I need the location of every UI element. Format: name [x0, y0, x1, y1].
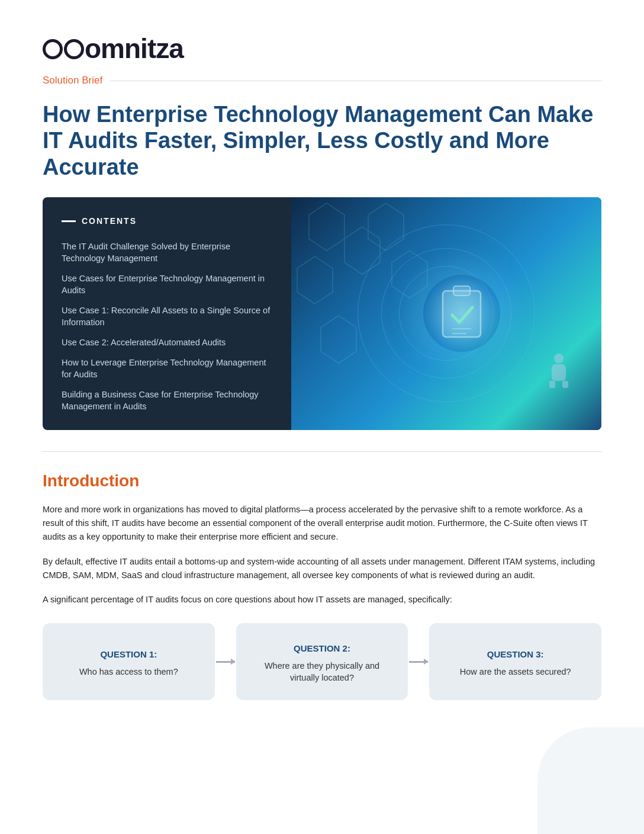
contents-item-3[interactable]: Use Case 1: Reconcile All Assets to a Si… — [62, 304, 275, 328]
logo: omnitza — [43, 28, 601, 69]
logo-oo-circles — [43, 39, 84, 59]
arrow-1 — [215, 661, 236, 663]
bottom-decoration — [537, 727, 644, 834]
svg-marker-3 — [368, 203, 404, 251]
contents-item-2[interactable]: Use Cases for Enterprise Technology Mana… — [62, 272, 275, 296]
question-card-3: QUESTION 3: How are the assets secured? — [429, 623, 601, 700]
main-title: How Enterprise Technology Management Can… — [43, 101, 601, 181]
contents-header: CONTENTS — [62, 215, 275, 227]
contents-item-5[interactable]: How to Leverage Enterprise Technology Ma… — [62, 357, 275, 380]
arrow-line-2 — [409, 661, 428, 663]
questions-row: QUESTION 1: Who has access to them? QUES… — [43, 623, 601, 700]
svg-marker-1 — [344, 227, 380, 274]
question-3-text: How are the assets secured? — [460, 666, 571, 678]
svg-rect-12 — [549, 381, 555, 388]
contents-box: CONTENTS The IT Audit Challenge Solved b… — [43, 197, 601, 430]
question-1-label: QUESTION 1: — [100, 648, 157, 662]
svg-rect-11 — [552, 364, 566, 381]
solution-brief-divider — [110, 81, 601, 81]
svg-point-10 — [554, 354, 564, 363]
question-1-text: Who has access to them? — [79, 666, 178, 678]
question-2-label: QUESTION 2: — [294, 642, 350, 656]
arrow-line-1 — [216, 661, 235, 663]
page: omnitza Solution Brief How Enterprise Te… — [0, 0, 644, 834]
logo-circle-1 — [43, 39, 63, 59]
intro-para-1: More and more work in organizations has … — [43, 503, 601, 544]
question-card-2: QUESTION 2: Where are they physically an… — [236, 623, 408, 700]
logo-circle-2 — [64, 39, 84, 59]
intro-title: Introduction — [43, 469, 601, 493]
separator-1 — [43, 451, 601, 452]
intro-para-3: A significant percentage of IT audits fo… — [43, 593, 601, 607]
svg-rect-6 — [443, 291, 481, 337]
contents-left: CONTENTS The IT Audit Challenge Solved b… — [43, 197, 291, 430]
contents-title: CONTENTS — [82, 215, 137, 227]
svg-rect-13 — [562, 381, 568, 388]
svg-marker-5 — [321, 316, 356, 363]
question-2-text: Where are they physically and virtually … — [249, 660, 395, 684]
clipboard-svg — [438, 283, 485, 342]
svg-rect-7 — [453, 286, 470, 296]
svg-marker-2 — [297, 256, 333, 304]
svg-marker-0 — [309, 203, 344, 251]
logo-label: omnitza — [85, 28, 183, 69]
solution-brief-label: Solution Brief — [43, 73, 102, 88]
contents-item-4[interactable]: Use Case 2: Accelerated/Automated Audits — [62, 336, 275, 348]
contents-item-6[interactable]: Building a Business Case for Enterprise … — [62, 389, 275, 412]
arrow-2 — [408, 661, 429, 663]
contents-item-1[interactable]: The IT Audit Challenge Solved by Enterpr… — [62, 240, 275, 264]
solution-brief-row: Solution Brief — [43, 73, 601, 88]
question-card-1: QUESTION 1: Who has access to them? — [43, 623, 215, 700]
person-silhouette — [547, 352, 571, 388]
contents-hero-image — [291, 197, 601, 430]
question-3-label: QUESTION 3: — [487, 648, 544, 662]
intro-para-2: By default, effective IT audits entail a… — [43, 555, 601, 582]
contents-image — [291, 197, 601, 430]
svg-marker-4 — [392, 251, 427, 298]
contents-dash — [62, 220, 76, 222]
contents-items-list: The IT Audit Challenge Solved by Enterpr… — [62, 240, 275, 412]
